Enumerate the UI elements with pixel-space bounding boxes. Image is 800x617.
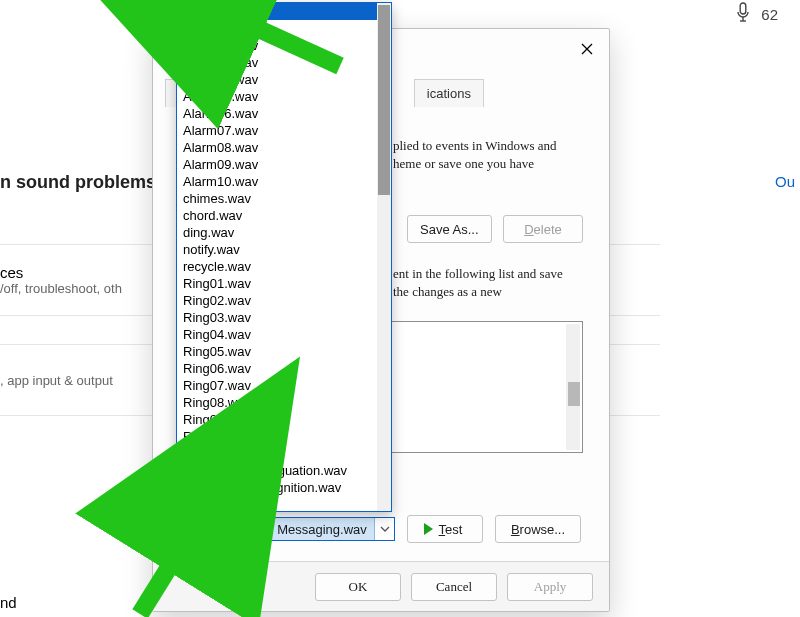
bg-row-devices-title: ces [0, 264, 23, 281]
apply-button: Apply [507, 573, 593, 601]
dropdown-item[interactable]: ding.wav [177, 224, 377, 241]
test-button[interactable]: Test [407, 515, 483, 543]
mic-volume-indicator: 62 [735, 2, 778, 27]
dropdown-item[interactable]: Ring05.wav [177, 343, 377, 360]
close-button[interactable] [571, 35, 603, 63]
dropdown-item[interactable]: Ring09.wav [177, 411, 377, 428]
dropdown-item[interactable]: Alarm05.wav [177, 88, 377, 105]
dropdown-item[interactable]: Ring03.wav [177, 309, 377, 326]
ok-button[interactable]: OK [315, 573, 401, 601]
dropdown-item[interactable]: Ring04.wav [177, 326, 377, 343]
dropdown-item[interactable]: Ring08.wav [177, 394, 377, 411]
close-icon [581, 43, 593, 55]
tab-communications[interactable]: ications [414, 79, 484, 107]
bg-row-mixer-sub: , app input & output [0, 373, 113, 388]
dropdown-item[interactable]: Alarm01. [177, 20, 377, 37]
play-icon [424, 523, 433, 535]
dropdown-item[interactable]: Speech Disambiguation.wav [177, 462, 377, 479]
delete-label: Delete [524, 222, 562, 237]
dropdown-item[interactable]: Alarm06.wav [177, 105, 377, 122]
bg-text-nd: nd [0, 594, 17, 611]
dropdown-item[interactable]: Alarm09.wav [177, 156, 377, 173]
dropdown-item[interactable]: Ring07.wav [177, 377, 377, 394]
browse-label: Browse... [511, 522, 565, 537]
dropdown-item[interactable]: Alarm04.wav [177, 71, 377, 88]
delete-button: Delete [503, 215, 583, 243]
cancel-button[interactable]: Cancel [411, 573, 497, 601]
events-description: ent in the following list and save the c… [393, 265, 581, 300]
mic-value: 62 [761, 6, 778, 23]
sounds-combobox[interactable]: Windows Notify Messaging.wav [177, 517, 395, 541]
scheme-description: plied to events in Windows and heme or s… [393, 137, 581, 172]
dropdown-item[interactable]: Alarm10.wav [177, 173, 377, 190]
mic-icon [735, 2, 751, 27]
chevron-down-icon[interactable] [374, 518, 394, 540]
dropdown-scrollbar-track[interactable] [377, 3, 391, 511]
dropdown-item[interactable]: Alarm02.wav [177, 37, 377, 54]
dropdown-item[interactable]: Speech Misrecognition.wav [177, 479, 377, 496]
events-scrollbar-thumb[interactable] [568, 382, 580, 406]
save-as-button[interactable]: Save As... [407, 215, 492, 243]
dropdown-item[interactable]: ringout.wav [177, 445, 377, 462]
dialog-button-row: OK Cancel Apply [153, 561, 609, 611]
sounds-dropdown-list[interactable]: (None)Alarm01.Alarm02.wavAlarm03.wavAlar… [176, 2, 392, 512]
dropdown-item[interactable]: notify.wav [177, 241, 377, 258]
test-label: Test [439, 522, 463, 537]
dropdown-scrollbar-thumb[interactable] [378, 5, 390, 195]
dropdown-item[interactable]: chimes.wav [177, 190, 377, 207]
dropdown-item[interactable]: Alarm07.wav [177, 122, 377, 139]
bg-row-devices-sub: /off, troubleshoot, oth [0, 281, 122, 296]
dropdown-item[interactable]: (None) [177, 3, 377, 20]
browse-button[interactable]: Browse... [495, 515, 581, 543]
dropdown-item[interactable]: recycle.wav [177, 258, 377, 275]
svg-rect-0 [741, 3, 747, 14]
dropdown-item[interactable]: Ring02.wav [177, 292, 377, 309]
dropdown-item[interactable]: Alarm03.wav [177, 54, 377, 71]
dropdown-item[interactable]: Alarm08.wav [177, 139, 377, 156]
dropdown-item[interactable]: Ring01.wav [177, 275, 377, 292]
sounds-combobox-value: Windows Notify Messaging.wav [178, 518, 374, 540]
bg-heading-sound-problems: n sound problems [0, 172, 156, 193]
bg-output-link-fragment: Ou [775, 173, 795, 190]
dropdown-item[interactable]: chord.wav [177, 207, 377, 224]
dropdown-item[interactable]: Ring10.wav [177, 428, 377, 445]
save-as-label: Save As... [420, 222, 479, 237]
dropdown-item[interactable]: Ring06.wav [177, 360, 377, 377]
dropdown-item[interactable]: Speech Off.wav [177, 496, 377, 511]
